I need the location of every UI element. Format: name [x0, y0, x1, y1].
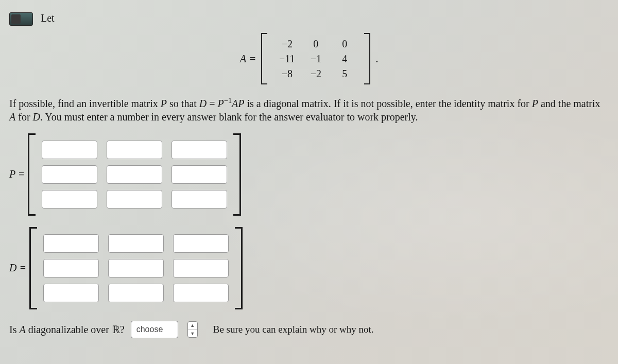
P-input-r1c1[interactable]	[42, 141, 97, 159]
instr-mid1: so that	[167, 98, 199, 109]
A-r3c1: −8	[272, 66, 301, 81]
explain-note: Be sure you can explain why or why not.	[213, 324, 374, 335]
P-inputs-grid	[36, 135, 233, 214]
matrix-A-display: A = −2 0 0 −11 −1 4 −8 −2 5 .	[9, 33, 609, 84]
A-matrix-table: −2 0 0 −11 −1 4 −8 −2 5	[272, 37, 359, 81]
q-pre: Is	[9, 324, 19, 335]
q-qmark: ?	[120, 324, 125, 335]
instr-D: D	[199, 98, 207, 109]
left-bracket-icon	[28, 133, 36, 216]
A-r2c1: −11	[272, 51, 301, 66]
q-text: Is A diagonalizable over ℝ?	[9, 323, 125, 336]
P-matrix-row: P =	[9, 133, 609, 216]
instr-mid3: and the matrix	[538, 98, 600, 109]
instr-mid4: for	[15, 111, 32, 123]
q-R: ℝ	[112, 324, 120, 335]
q-mid: diagonalizable over	[26, 324, 112, 335]
D-input-r3c1[interactable]	[43, 284, 99, 302]
left-bracket-icon	[29, 227, 37, 309]
A-r2c2: −1	[301, 51, 330, 66]
A-r1c2: 0	[301, 37, 330, 51]
A-r3c3: 5	[330, 66, 359, 81]
A-equals-label: A =	[239, 53, 256, 65]
P-input-r2c3[interactable]	[171, 165, 227, 184]
A-r1c1: −2	[272, 37, 301, 51]
A-r2c3: 4	[330, 51, 359, 66]
diagonalizable-question: Is A diagonalizable over ℝ? choose ▲ ▼ B…	[9, 321, 609, 338]
instruction-text: If possible, find an invertible matrix P…	[9, 96, 609, 124]
P-input-r3c1[interactable]	[42, 190, 97, 209]
D-input-r3c2[interactable]	[108, 284, 164, 302]
P-input-r2c2[interactable]	[107, 165, 162, 184]
D-input-r1c1[interactable]	[43, 234, 99, 253]
D-input-r2c1[interactable]	[43, 259, 99, 278]
instr-P2: P	[218, 98, 224, 109]
instr-eq: =	[207, 98, 217, 109]
D-label: D =	[9, 262, 26, 274]
P-input-r1c3[interactable]	[171, 141, 227, 159]
right-bracket-icon	[364, 33, 370, 84]
D-input-r1c3[interactable]	[173, 234, 229, 253]
instr-pre: If possible, find an invertible matrix	[9, 98, 161, 109]
P-input-r3c3[interactable]	[171, 190, 227, 209]
problem-header: Let	[9, 12, 609, 26]
instr-sup: −1	[224, 96, 232, 105]
select-stepper-icon[interactable]: ▲ ▼	[187, 321, 198, 338]
right-bracket-icon	[235, 227, 243, 309]
instr-P1: P	[161, 98, 167, 109]
period: .	[375, 53, 378, 65]
q-A: A	[19, 324, 25, 335]
video-icon	[9, 12, 33, 26]
P-input-r3c2[interactable]	[107, 190, 162, 209]
let-text: Let	[41, 12, 55, 24]
P-label: P =	[9, 168, 25, 180]
A-r3c2: −2	[301, 66, 330, 81]
instr-A: A	[9, 111, 15, 123]
D-input-r2c3[interactable]	[173, 259, 229, 278]
instr-AP: AP	[232, 98, 244, 109]
chevron-up-icon: ▲	[188, 322, 197, 330]
diagonalizable-select[interactable]: choose	[131, 321, 178, 338]
instr-mid2: is a diagonal matrix. If it is not possi…	[245, 98, 532, 109]
A-r1c3: 0	[330, 37, 359, 51]
D-input-r3c3[interactable]	[173, 284, 229, 302]
D-input-r2c2[interactable]	[108, 259, 164, 278]
right-bracket-icon	[233, 133, 241, 216]
P-input-r2c1[interactable]	[42, 165, 97, 184]
P-input-r1c2[interactable]	[107, 141, 162, 159]
instr-tail: . You must enter a number in every answe…	[40, 111, 418, 123]
left-bracket-icon	[261, 33, 267, 84]
D-input-r1c2[interactable]	[108, 234, 164, 253]
instr-P3: P	[532, 98, 538, 109]
D-matrix-row: D =	[9, 227, 609, 309]
instr-D2: D	[33, 111, 40, 123]
D-inputs-grid	[37, 229, 235, 307]
chevron-down-icon: ▼	[188, 330, 197, 337]
